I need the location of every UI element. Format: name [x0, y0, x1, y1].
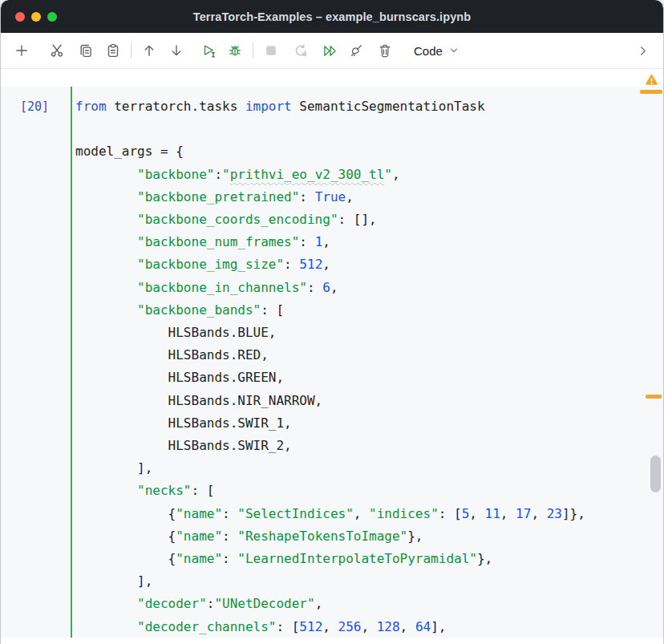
code-line[interactable]	[75, 118, 663, 140]
inspections-widget[interactable]	[643, 72, 659, 87]
cell-gutter: [20]	[1, 87, 71, 638]
toolbar-separator	[131, 43, 132, 59]
code-line[interactable]: {"name": "ReshapeTokensToImage"},	[75, 525, 663, 548]
code-line[interactable]: {"name": "LearnedInterpolateToPyramidal"…	[75, 548, 663, 570]
run-all-button[interactable]	[318, 39, 341, 62]
toolbar-separator	[253, 43, 253, 59]
code-line[interactable]: "backbone":"prithvi_eo_v2_300_tl",	[75, 164, 663, 186]
code-line[interactable]: "backbone_num_frames": 1,	[75, 231, 663, 253]
window-controls	[15, 12, 57, 22]
code-line[interactable]: "decoder":"UNetDecoder",	[75, 593, 663, 615]
debug-cell-button[interactable]	[224, 39, 246, 62]
run-all-icon	[322, 43, 338, 59]
chevron-right-icon	[636, 44, 650, 58]
copy-cell-button[interactable]	[75, 39, 97, 62]
clear-outputs-button[interactable]	[345, 39, 367, 62]
code-line[interactable]: HLSBands.BLUE,	[75, 322, 663, 344]
code-line[interactable]: "decoder_channels": [512, 256, 128, 64],	[75, 616, 663, 638]
code-line[interactable]: HLSBands.NIR_NARROW,	[75, 390, 663, 412]
restart-kernel-button[interactable]	[289, 39, 312, 62]
stop-kernel-button[interactable]	[260, 39, 282, 62]
warning-icon	[644, 73, 659, 87]
arrow-up-icon	[142, 43, 156, 58]
code-line[interactable]: "backbone_coords_encoding": [],	[75, 209, 663, 231]
add-cell-button[interactable]	[10, 39, 33, 62]
move-cell-up-button[interactable]	[138, 39, 160, 62]
code-line[interactable]: "backbone_pretrained": True,	[75, 186, 663, 209]
notebook-top-strip	[1, 69, 663, 87]
code-line[interactable]: model_args = {	[75, 140, 663, 163]
code-line[interactable]: "backbone_in_channels": 6,	[75, 277, 663, 299]
trash-icon	[378, 43, 392, 58]
error-stripe-mark[interactable]	[640, 90, 662, 94]
cut-cell-button[interactable]	[46, 39, 68, 62]
code-line[interactable]: HLSBands.SWIR_1,	[75, 412, 663, 435]
minimize-window-button[interactable]	[31, 12, 41, 22]
code-cell[interactable]: [20] from terratorch.tasks import Semant…	[1, 87, 663, 638]
chevron-down-icon	[447, 44, 460, 57]
zoom-window-button[interactable]	[47, 12, 57, 22]
plus-icon	[14, 43, 29, 58]
restart-icon	[294, 43, 308, 58]
vertical-scrollbar-thumb[interactable]	[650, 456, 661, 492]
execution-count: [20]	[1, 95, 71, 118]
stop-icon	[264, 43, 278, 58]
run-icon	[201, 43, 217, 59]
cell-type-value: Code	[414, 44, 443, 58]
copy-icon	[79, 43, 93, 58]
notebook-editor: [20] from terratorch.tasks import Semant…	[1, 69, 663, 644]
paste-cell-button[interactable]	[102, 39, 124, 62]
window-title: TerraTorch-Examples – example_burnscars.…	[1, 10, 663, 23]
code-line[interactable]: {"name": "SelectIndices", "indices": [5,…	[75, 503, 663, 525]
move-cell-down-button[interactable]	[165, 39, 188, 62]
code-line[interactable]: ],	[75, 457, 663, 480]
close-window-button[interactable]	[15, 12, 25, 22]
run-cell-button[interactable]	[197, 39, 220, 62]
code-editor[interactable]: from terratorch.tasks import SemanticSeg…	[72, 87, 663, 638]
cell-type-selector[interactable]: Code	[409, 41, 465, 61]
app-window: TerraTorch-Examples – example_burnscars.…	[0, 0, 664, 644]
code-line[interactable]: "backbone_img_size": 512,	[75, 253, 663, 276]
code-line[interactable]: HLSBands.GREEN,	[75, 367, 663, 389]
arrow-down-icon	[169, 43, 184, 58]
error-stripe-mark[interactable]	[646, 395, 662, 399]
code-line[interactable]: "backbone_bands": [	[75, 299, 663, 322]
code-line[interactable]: ],	[75, 570, 663, 593]
scissors-icon	[50, 43, 64, 58]
broom-icon	[349, 43, 363, 58]
code-line[interactable]: from terratorch.tasks import SemanticSeg…	[75, 95, 663, 118]
titlebar[interactable]: TerraTorch-Examples – example_burnscars.…	[1, 0, 663, 33]
code-line[interactable]: HLSBands.RED,	[75, 344, 663, 367]
code-line[interactable]: HLSBands.SWIR_2,	[75, 435, 663, 457]
code-line[interactable]: "necks": [	[75, 480, 663, 502]
bug-icon	[228, 43, 242, 58]
delete-cell-button[interactable]	[374, 39, 396, 62]
toolbar-overflow-button[interactable]	[631, 39, 654, 62]
notebook-toolbar: Code	[1, 33, 663, 69]
clipboard-icon	[106, 43, 120, 58]
